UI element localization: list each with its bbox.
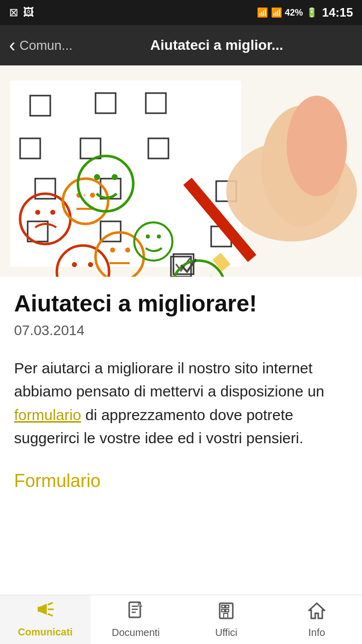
nav-item-uffici[interactable]: Uffici: [181, 595, 272, 644]
svg-point-36: [146, 234, 150, 238]
battery-icon: 🔋: [306, 7, 317, 18]
svg-point-42: [287, 96, 347, 196]
wifi-icon: 📶: [257, 7, 268, 18]
svg-point-21: [90, 193, 95, 198]
image-icon: 🖼: [23, 6, 34, 19]
status-bar-left-icons: ⊠ 🖼: [9, 6, 34, 19]
status-icons: 📶 📶 42% 🔋: [257, 7, 317, 18]
back-label: Comun...: [20, 38, 73, 53]
svg-line-50: [48, 614, 53, 616]
svg-rect-47: [38, 607, 42, 612]
article-body: Per aiutarci a migliorare il nostro sito…: [14, 357, 348, 450]
back-arrow-icon: ‹: [9, 35, 16, 56]
svg-rect-57: [222, 605, 225, 608]
nav-item-info[interactable]: Info: [272, 595, 362, 644]
comunicati-label: Comunicati: [18, 626, 73, 638]
article-date: 07.03.2014: [14, 323, 348, 339]
info-icon: [308, 601, 325, 625]
svg-point-26: [112, 174, 118, 180]
svg-point-17: [35, 210, 40, 215]
bottom-nav: Comunicati Documenti: [0, 595, 362, 644]
article-content: Aiutateci a migliorare! 07.03.2014 Per a…: [0, 277, 362, 502]
svg-rect-58: [226, 605, 229, 608]
article-body-part1: Per aiutarci a migliorare il nostro sito…: [14, 360, 324, 400]
svg-rect-60: [226, 609, 229, 612]
svg-line-48: [48, 603, 53, 605]
svg-rect-1: [10, 80, 241, 267]
nav-bar: ‹ Comun... Aiutateci a miglior...: [0, 25, 362, 65]
nav-item-comunicati[interactable]: Comunicati: [0, 595, 90, 644]
svg-point-37: [157, 234, 161, 238]
uffici-label: Uffici: [215, 627, 237, 638]
battery-percent: 42%: [285, 8, 303, 18]
status-bar: ⊠ 🖼 📶 📶 42% 🔋 14:15: [0, 0, 362, 25]
clock: 14:15: [322, 6, 353, 20]
svg-point-25: [94, 174, 100, 180]
documenti-label: Documenti: [112, 627, 160, 638]
svg-rect-59: [222, 609, 225, 612]
status-bar-right: 📶 📶 42% 🔋 14:15: [257, 6, 353, 20]
svg-point-18: [50, 210, 55, 215]
formulario-footer-link[interactable]: Formulario: [14, 470, 348, 492]
comunicati-icon: [36, 602, 55, 624]
documenti-icon: [127, 601, 144, 625]
svg-point-33: [125, 248, 130, 253]
info-label: Info: [308, 627, 325, 638]
hero-image: [0, 65, 362, 277]
svg-point-30: [88, 262, 93, 267]
article-title: Aiutateci a migliorare!: [14, 291, 348, 316]
formulario-inline-link[interactable]: formulario: [14, 407, 81, 423]
svg-marker-62: [309, 603, 324, 618]
nav-item-documenti[interactable]: Documenti: [90, 595, 181, 644]
signal-icon: 📶: [271, 7, 282, 18]
svg-point-32: [110, 248, 115, 253]
svg-point-23: [83, 194, 85, 196]
back-button[interactable]: ‹ Comun...: [9, 35, 72, 56]
notification-icon: ⊠: [9, 6, 18, 19]
page-title: Aiutateci a miglior...: [80, 37, 353, 53]
uffici-icon: [217, 601, 236, 625]
svg-point-29: [72, 262, 77, 267]
